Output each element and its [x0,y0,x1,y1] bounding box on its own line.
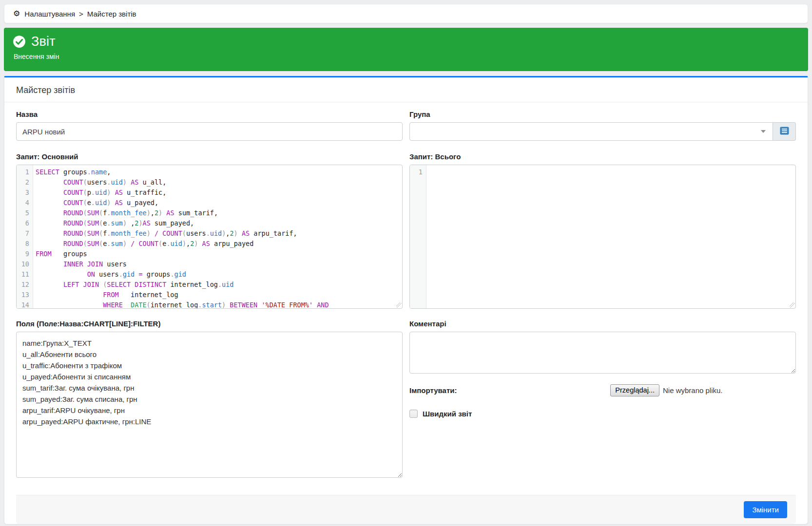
status-banner: Звіт Внесення змін [4,28,808,71]
comments-label: Коментарі [409,319,796,328]
file-browse-button[interactable]: Przeglądaj... [610,384,659,396]
breadcrumb-separator: > [79,10,83,18]
query-main-label: Запит: Основний [16,152,403,161]
editor-gutter: 1 [410,165,426,308]
editor-code[interactable]: SELECT groups.name, COUNT(users.uid) AS … [33,165,402,308]
group-select[interactable] [409,122,773,141]
submit-button[interactable]: Змінити [744,501,787,518]
editor-gutter: 1234567891011121314 [17,165,33,308]
fields-label: Поля (Поле:Назва:CHART[LINE]:FILTER) [16,319,403,328]
breadcrumb-item-report-wizard[interactable]: Майстер звітів [87,10,136,18]
quick-report-checkbox[interactable] [409,410,418,418]
quick-report-label[interactable]: Швидкий звіт [423,410,472,418]
query-total-label: Запит: Всього [409,152,796,161]
file-status-text: Nie wybrano pliku. [663,386,723,394]
left-column: Назва Запит: Основний 123456789101112131… [16,110,403,478]
group-label: Група [409,110,796,118]
breadcrumb: ⚙ Налаштування > Майстер звітів [4,4,808,23]
resize-handle-icon[interactable] [790,302,795,308]
chevron-down-icon [761,130,766,133]
report-wizard-panel: Майстер звітів Назва Запит: Основний 123… [4,76,808,525]
fields-textarea[interactable] [16,332,403,478]
breadcrumb-item-settings[interactable]: Налаштування [24,10,75,18]
panel-footer: Змінити [16,495,796,524]
name-input[interactable] [16,122,403,141]
query-total-editor[interactable]: 1 [409,165,796,309]
check-circle-icon [13,35,26,48]
group-list-button[interactable] [773,122,796,141]
comments-textarea[interactable] [409,332,796,374]
right-column: Група [409,110,796,418]
editor-code[interactable] [426,165,795,308]
gear-icon: ⚙ [13,10,20,18]
panel-title: Майстер звітів [4,77,808,102]
import-label: Імпортувати: [409,386,610,394]
banner-subtitle: Внесення змін [14,53,799,60]
name-label: Назва [16,110,403,118]
query-main-editor[interactable]: 1234567891011121314 SELECT groups.name, … [16,165,403,309]
banner-title: Звіт [31,34,56,49]
list-icon [780,127,789,137]
resize-handle-icon[interactable] [396,302,402,308]
